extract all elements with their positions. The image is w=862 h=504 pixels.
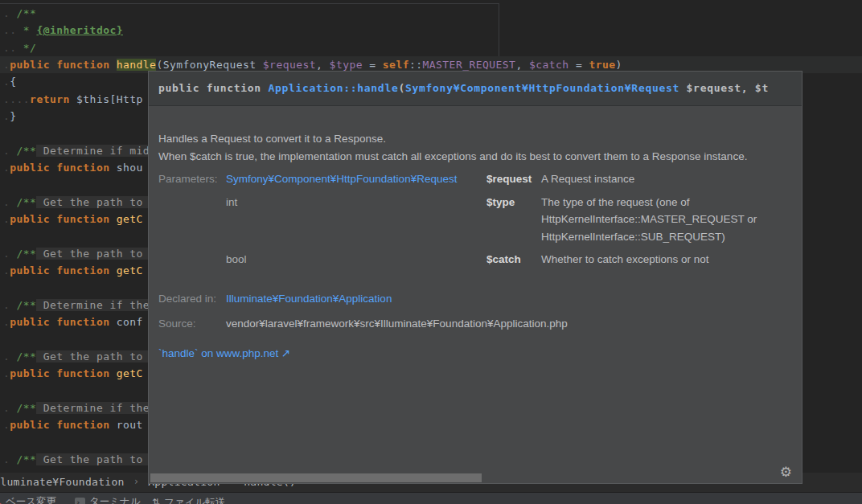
code-token: /** xyxy=(17,7,37,19)
code-line[interactable]: .. * {@inheritdoc} xyxy=(0,22,862,39)
code-token: getC xyxy=(117,367,143,379)
code-token: .. xyxy=(3,42,23,54)
code-token: true xyxy=(589,59,615,71)
declared-in-link[interactable]: Illuminate¥Foundation¥Application xyxy=(226,290,789,308)
signature-link[interactable]: Symfony¥Component¥HttpFoundation¥Request xyxy=(405,82,679,94)
ide-window: . /**.. * {@inheritdoc}.. */.public func… xyxy=(0,0,862,504)
code-token: . xyxy=(3,7,17,19)
param-description: The type of the request (one of HttpKern… xyxy=(541,194,782,246)
param-description: A Request instance xyxy=(541,170,782,188)
declared-in-label: Declared in: xyxy=(158,290,226,308)
statusbar-item-label: ターミナル xyxy=(89,494,141,504)
popup-horizontal-scrollbar-thumb[interactable] xyxy=(150,473,482,482)
code-token: * xyxy=(23,24,37,36)
param-name: $request xyxy=(486,170,541,188)
file-transfer-icon: ⇅ xyxy=(152,495,160,504)
code-token: public function xyxy=(10,316,116,328)
code-token: . xyxy=(3,145,17,157)
signature-link[interactable]: Application::handle xyxy=(268,82,398,94)
parameters-table: Parameters:Symfony¥Component¥HttpFoundat… xyxy=(158,170,792,268)
code-token: . xyxy=(3,196,17,208)
signature-text: public function xyxy=(158,82,268,94)
code-token: return xyxy=(30,93,76,105)
terminal-icon: ›_ xyxy=(75,498,85,504)
code-token: /** xyxy=(17,196,37,208)
code-token: {@inheritdoc} xyxy=(36,24,123,36)
declared-source-table: Declared in: Illuminate¥Foundation¥Appli… xyxy=(158,290,792,333)
code-token: conf xyxy=(117,316,143,328)
external-link-icon: ↗ xyxy=(281,347,290,359)
code-token: public function xyxy=(10,59,116,71)
code-token: SymfonyRequest xyxy=(163,59,263,71)
param-type: int xyxy=(226,194,486,246)
php-net-link-text: `handle` on www.php.net xyxy=(158,347,278,359)
code-token: $request xyxy=(263,59,316,71)
code-token: public function xyxy=(10,367,116,379)
code-line[interactable]: . /** xyxy=(0,5,862,22)
code-token: , xyxy=(316,59,330,71)
code-token: MASTER_REQUEST xyxy=(423,59,516,71)
quick-documentation-popup: public function Application::handle(Symf… xyxy=(148,71,802,484)
folded-comment[interactable]: Determine if the a xyxy=(36,299,162,311)
red-flag-icon xyxy=(0,500,2,504)
code-token: , xyxy=(515,59,529,71)
code-token: . xyxy=(3,350,17,363)
statusbar-item-label: ファイル転送 xyxy=(164,495,225,504)
source-path: vendor¥laravel¥framework¥src¥Illuminate¥… xyxy=(226,315,789,333)
folded-comment[interactable]: Get the path to th xyxy=(36,453,162,465)
code-token: . xyxy=(3,453,17,465)
folded-comment[interactable]: Determine if midd xyxy=(36,145,156,157)
code-token: shou xyxy=(117,162,143,174)
code-token: handle xyxy=(117,59,157,71)
folded-comment[interactable]: Determine if the a xyxy=(36,402,162,414)
code-token: getC xyxy=(117,213,143,225)
statusbar-item-red-flag[interactable]: ベース変更 xyxy=(0,494,56,504)
code-line[interactable]: .. */ xyxy=(0,39,862,56)
source-label: Source: xyxy=(158,315,226,333)
doc-description-line: When $catch is true, the implementation … xyxy=(158,148,770,166)
code-token: rout xyxy=(117,419,143,431)
parameters-label xyxy=(158,194,226,246)
code-token: public function xyxy=(10,264,116,277)
folded-comment[interactable]: Get the path to th xyxy=(36,248,162,260)
parameters-label xyxy=(158,251,226,268)
code-token: . xyxy=(3,299,17,311)
doc-popup-signature: public function Application::handle(Symf… xyxy=(149,72,802,106)
doc-popup-body: Handles a Request to convert it to a Res… xyxy=(149,130,802,362)
param-name: $type xyxy=(486,194,541,246)
code-token: /** xyxy=(17,350,37,363)
breadcrumb-separator-icon: › xyxy=(133,476,140,488)
code-token: = xyxy=(569,59,589,71)
statusbar-item-label: ベース変更 xyxy=(6,494,56,504)
php-net-link[interactable]: `handle` on www.php.net ↗ xyxy=(158,345,792,363)
code-token: .... xyxy=(3,93,30,105)
editor-top-rule xyxy=(0,3,499,4)
param-description: Whether to catch exceptions or not xyxy=(541,251,782,268)
code-token: ( xyxy=(156,59,162,71)
code-token: = xyxy=(363,59,383,71)
param-type: bool xyxy=(226,251,486,268)
param-type-link[interactable]: Symfony¥Component¥HttpFoundation¥Request xyxy=(226,170,486,188)
code-token: } xyxy=(10,110,16,122)
code-token: /** xyxy=(17,453,37,465)
signature-text: $request, $t xyxy=(679,82,769,94)
breadcrumb-item[interactable]: Illuminate¥Foundation xyxy=(0,476,125,488)
statusbar-item-terminal[interactable]: ›_ターミナル xyxy=(75,494,141,504)
doc-description-line: Handles a Request to convert it to a Res… xyxy=(158,130,770,148)
folded-comment[interactable]: Get the path to th xyxy=(36,350,162,363)
code-token: /** xyxy=(17,402,37,414)
parameters-label: Parameters: xyxy=(158,170,226,188)
code-token: getC xyxy=(117,264,143,277)
param-name: $catch xyxy=(486,251,541,268)
statusbar-item-file-transfer[interactable]: ⇅ファイル転送 xyxy=(152,494,225,504)
code-token: { xyxy=(10,76,16,88)
code-token: self xyxy=(383,59,409,71)
folded-comment[interactable]: Get the path to th xyxy=(36,196,162,208)
code-token: /** xyxy=(17,299,37,311)
gear-icon[interactable]: ⚙ xyxy=(780,464,792,480)
code-token: public function xyxy=(10,162,116,174)
code-token: . xyxy=(3,248,17,260)
code-token: .. xyxy=(3,24,23,36)
code-token: ) xyxy=(616,59,622,71)
code-token: /** xyxy=(17,145,37,157)
